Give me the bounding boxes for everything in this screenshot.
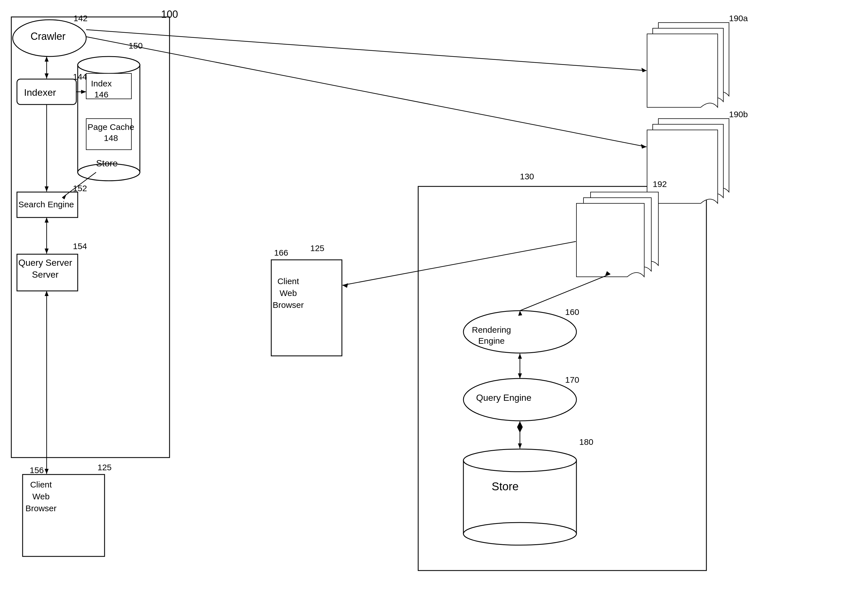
svg-rect-12 xyxy=(418,186,706,571)
crawler-num: 142 xyxy=(73,13,88,23)
store-right-num: 180 xyxy=(579,437,593,447)
svg-marker-28 xyxy=(45,217,48,223)
svg-marker-22 xyxy=(81,90,86,94)
svg-line-37 xyxy=(342,242,576,285)
diagram-container: 100 Crawler 142 Indexer 144 150 Store In… xyxy=(0,0,844,616)
search-engine-label: Search Engine xyxy=(18,199,74,210)
svg-line-35 xyxy=(86,37,646,147)
query-engine-label: Query Engine xyxy=(476,392,531,404)
client-browser-156-num: 156 xyxy=(30,465,44,475)
store-right-label: Store xyxy=(492,480,519,493)
indexer-label: Indexer xyxy=(24,87,56,98)
label-100: 100 xyxy=(161,9,178,21)
store-label: Store xyxy=(96,158,117,169)
store-num: 150 xyxy=(129,41,143,51)
webpages-190b-num: 190b xyxy=(729,110,748,119)
svg-marker-20 xyxy=(45,73,48,79)
query-server-label: Query Server Server xyxy=(18,257,72,280)
svg-point-4 xyxy=(78,56,140,73)
rendering-engine-num: 160 xyxy=(565,307,579,317)
svg-line-39 xyxy=(520,274,610,311)
client-browser-125b: 125 xyxy=(310,243,324,253)
indexer-num: 144 xyxy=(73,72,87,82)
svg-point-17 xyxy=(463,522,577,545)
search-engine-num: 152 xyxy=(73,183,87,193)
webpages-192-num: 192 xyxy=(653,179,667,189)
webpages-190a-num: 190a xyxy=(729,13,748,23)
svg-marker-43 xyxy=(518,353,522,359)
svg-rect-15 xyxy=(463,461,577,534)
svg-marker-38 xyxy=(342,283,348,288)
svg-marker-32 xyxy=(45,469,48,474)
index-label: Index 146 xyxy=(91,78,112,100)
svg-marker-40 xyxy=(605,271,610,276)
query-engine-num: 170 xyxy=(565,375,579,385)
right-box-num: 130 xyxy=(520,172,534,181)
svg-point-16 xyxy=(463,449,577,472)
page-cache-label: Page Cache 148 xyxy=(88,122,134,144)
crawler-label: Crawler xyxy=(31,31,66,43)
client-browser-125a: 125 xyxy=(97,463,112,472)
svg-rect-0 xyxy=(11,17,170,458)
svg-marker-29 xyxy=(45,249,48,254)
svg-marker-19 xyxy=(45,56,48,62)
rendering-engine-label: RenderingEngine xyxy=(472,324,511,346)
svg-marker-34 xyxy=(641,68,646,72)
client-browser-166-label: ClientWebBrowser xyxy=(273,276,304,311)
client-browser-166-num: 166 xyxy=(274,248,288,258)
svg-marker-36 xyxy=(641,144,646,148)
svg-marker-41 xyxy=(518,311,522,316)
svg-marker-24 xyxy=(45,186,48,192)
svg-marker-44 xyxy=(518,373,522,378)
svg-line-33 xyxy=(86,30,646,70)
query-server-num: 154 xyxy=(73,242,87,251)
svg-marker-46 xyxy=(517,421,523,433)
svg-marker-47 xyxy=(518,443,522,449)
client-browser-156-label: ClientWebBrowser xyxy=(25,479,57,514)
diagram-svg xyxy=(0,0,844,616)
svg-marker-31 xyxy=(45,291,48,296)
